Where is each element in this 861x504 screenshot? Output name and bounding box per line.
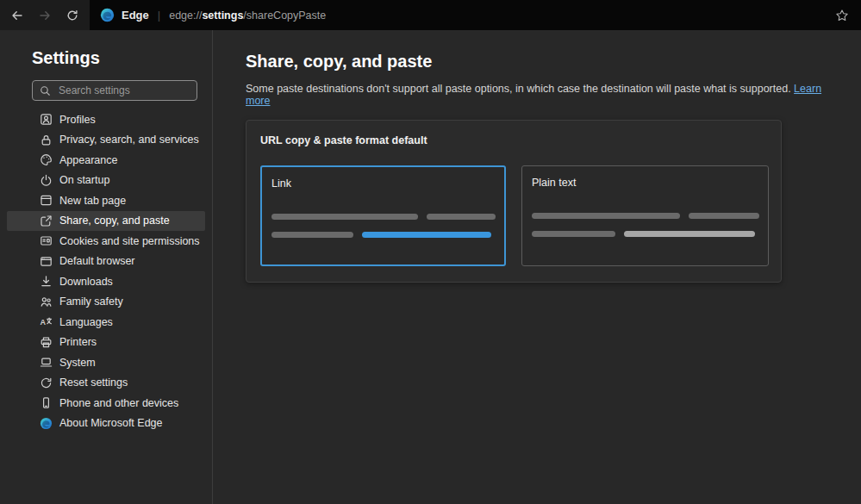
page-title: Share, copy, and paste <box>246 52 840 72</box>
lock-icon <box>40 133 53 146</box>
skeleton-bar-link-accent <box>362 232 491 238</box>
option-label: Link <box>271 177 496 190</box>
sidebar-item-printers[interactable]: Printers <box>7 333 205 353</box>
description-text: Some paste destinations don't support al… <box>246 83 791 95</box>
skeleton-row <box>532 231 759 237</box>
sidebar-item-label: Phone and other devices <box>59 397 178 409</box>
sidebar-item-label: Privacy, search, and services <box>59 134 199 146</box>
download-icon <box>40 275 53 289</box>
sidebar-item-label: Share, copy, and paste <box>59 215 170 227</box>
page-description: Some paste destinations don't support al… <box>246 83 840 107</box>
sidebar-item-label: About Microsoft Edge <box>59 417 163 429</box>
back-button[interactable] <box>3 3 31 28</box>
sidebar-item-label: Printers <box>59 336 97 348</box>
svg-text:A: A <box>41 318 47 327</box>
card-title: URL copy & paste format default <box>260 134 769 146</box>
sidebar-item-label: Default browser <box>59 255 135 267</box>
family-icon <box>40 295 53 308</box>
new-tab-icon <box>40 194 53 208</box>
sidebar-item-default-browser[interactable]: Default browser <box>7 252 205 272</box>
sidebar-item-label: Profiles <box>59 114 96 126</box>
sidebar-item-label: On startup <box>59 174 109 186</box>
skeleton-bar <box>271 232 353 238</box>
search-input[interactable] <box>57 84 190 97</box>
phone-icon <box>40 396 53 410</box>
skeleton-row <box>271 232 496 238</box>
sidebar-item-share-copy-paste[interactable]: Share, copy, and paste <box>7 211 205 232</box>
sidebar-item-phone-devices[interactable]: Phone and other devices <box>7 393 205 414</box>
languages-icon: A <box>40 315 53 329</box>
sidebar-item-privacy[interactable]: Privacy, search, and services <box>7 130 205 151</box>
forward-arrow-icon <box>38 9 52 22</box>
sidebar-item-appearance[interactable]: Appearance <box>7 150 205 171</box>
sidebar-title: Settings <box>32 48 212 68</box>
refresh-icon <box>66 9 79 22</box>
browser-toolbar: Edge | edge://settings/shareCopyPaste <box>0 0 861 30</box>
option-tile-link[interactable]: Link <box>260 165 506 266</box>
power-icon <box>40 173 53 187</box>
sidebar-item-label: New tab page <box>59 195 126 207</box>
sidebar-item-profiles[interactable]: Profiles <box>7 109 205 130</box>
sidebar-item-system[interactable]: System <box>7 352 205 373</box>
share-icon <box>40 214 53 227</box>
skeleton-bar <box>427 214 496 220</box>
sidebar-item-label: Languages <box>59 316 113 328</box>
sidebar-item-label: System <box>59 357 96 369</box>
reset-icon <box>40 376 53 389</box>
sidebar-item-on-startup[interactable]: On startup <box>7 171 205 191</box>
edge-logo-icon <box>40 416 53 430</box>
sidebar-item-reset-settings[interactable]: Reset settings <box>7 373 205 394</box>
search-icon <box>40 85 51 96</box>
star-icon <box>835 9 849 22</box>
sidebar-item-label: Downloads <box>59 276 113 288</box>
skeleton-bar <box>532 213 680 219</box>
settings-app: Settings Profiles Privacy, search, and s… <box>0 30 861 504</box>
search-box[interactable] <box>32 80 197 101</box>
sidebar-nav: Profiles Privacy, search, and services A… <box>0 109 212 433</box>
sidebar-item-label: Appearance <box>59 154 117 166</box>
url-suffix: /shareCopyPaste <box>243 9 326 22</box>
sidebar-item-label: Family safety <box>59 296 123 308</box>
skeleton-bar-plain-text <box>624 231 755 237</box>
skeleton-bar <box>689 213 759 219</box>
forward-button[interactable] <box>31 3 59 28</box>
nav-buttons <box>0 0 90 30</box>
sidebar-item-languages[interactable]: A Languages <box>7 312 205 333</box>
skeleton-bar <box>532 231 615 237</box>
profiles-icon <box>40 113 53 127</box>
url-highlight: settings <box>202 9 243 22</box>
option-tile-plain-text[interactable]: Plain text <box>521 165 769 266</box>
option-label: Plain text <box>532 177 759 189</box>
skeleton-row <box>532 213 759 219</box>
back-arrow-icon <box>10 9 24 22</box>
sidebar-item-new-tab-page[interactable]: New tab page <box>7 190 205 211</box>
skeleton-row <box>271 214 496 220</box>
address-bar[interactable]: Edge | edge://settings/shareCopyPaste <box>90 0 861 30</box>
site-permissions-icon <box>40 234 53 248</box>
sidebar-item-downloads[interactable]: Downloads <box>7 271 205 292</box>
url-copy-paste-card: URL copy & paste format default Link Pla… <box>246 120 782 283</box>
printer-icon <box>40 335 53 349</box>
refresh-button[interactable] <box>59 3 86 28</box>
browser-window-icon <box>40 254 53 268</box>
edge-logo-icon <box>100 8 115 22</box>
url-text: edge://settings/shareCopyPaste <box>169 9 326 22</box>
laptop-icon <box>40 356 53 370</box>
sidebar-item-label: Reset settings <box>59 376 128 389</box>
sidebar-item-cookies-permissions[interactable]: Cookies and site permissions <box>7 231 205 252</box>
sidebar-item-family-safety[interactable]: Family safety <box>7 292 205 313</box>
palette-icon <box>40 153 53 167</box>
format-options: Link Plain text <box>260 165 769 266</box>
edge-app-label: Edge <box>122 9 149 22</box>
settings-sidebar: Settings Profiles Privacy, search, and s… <box>0 30 213 504</box>
url-prefix: edge:// <box>169 9 202 22</box>
favorite-star-button[interactable] <box>835 9 849 22</box>
sidebar-item-label: Cookies and site permissions <box>59 235 200 247</box>
settings-content: Share, copy, and paste Some paste destin… <box>213 30 861 504</box>
address-separator: | <box>158 9 160 22</box>
skeleton-bar <box>271 214 418 220</box>
sidebar-item-about-edge[interactable]: About Microsoft Edge <box>7 414 205 434</box>
